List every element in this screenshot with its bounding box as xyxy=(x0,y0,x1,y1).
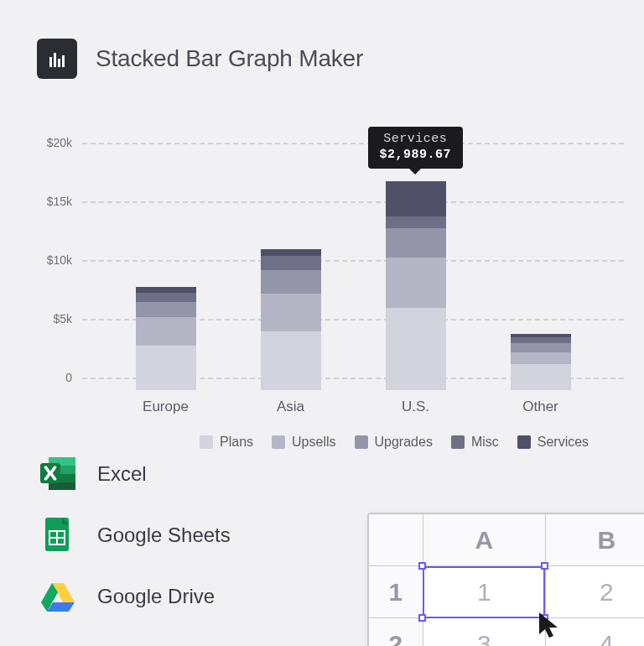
svg-rect-3 xyxy=(62,55,65,67)
chart-legend: PlansUpsellsUpgradesMiscServices xyxy=(200,435,589,450)
bar-column[interactable] xyxy=(261,249,321,390)
bar-segment[interactable] xyxy=(136,302,196,317)
selection-handle[interactable] xyxy=(418,562,426,570)
bar-segment[interactable] xyxy=(136,346,196,390)
bar-segment[interactable] xyxy=(261,331,321,390)
bar-segment[interactable] xyxy=(136,317,196,346)
legend-item[interactable]: Upsells xyxy=(272,435,335,450)
bar-column[interactable] xyxy=(386,181,446,390)
stacked-bar-chart[interactable]: 0$5k$10k$15k$20k EuropeAsiaU.S.Other xyxy=(37,143,624,415)
legend-label: Upgrades xyxy=(375,435,433,450)
selection-handle[interactable] xyxy=(541,562,548,570)
x-axis-label: Europe xyxy=(136,399,196,415)
y-axis-tick: $15k xyxy=(30,195,72,208)
sheet-corner xyxy=(369,514,423,566)
bar-segment[interactable] xyxy=(511,337,571,343)
selection-handle[interactable] xyxy=(418,614,426,622)
legend-label: Upsells xyxy=(292,435,335,450)
legend-swatch xyxy=(272,435,285,449)
tooltip-series-label: Services xyxy=(380,132,452,148)
column-header[interactable]: B xyxy=(545,514,644,566)
legend-swatch xyxy=(517,435,531,449)
bar-segment[interactable] xyxy=(386,308,446,390)
legend-swatch xyxy=(200,435,213,449)
page-title: Stacked Bar Graph Maker xyxy=(96,45,363,72)
data-source-google-drive[interactable]: Google Drive xyxy=(37,577,231,615)
bar-segment[interactable] xyxy=(261,294,321,331)
data-source-google-sheets[interactable]: Google Sheets xyxy=(37,516,231,554)
spreadsheet-preview[interactable]: A B 1 1 2 2 3 4 xyxy=(367,513,644,646)
sheet-cell[interactable]: 1 xyxy=(423,566,545,618)
svg-rect-1 xyxy=(54,53,56,67)
bar-segment[interactable] xyxy=(136,287,196,293)
y-axis-tick: 0 xyxy=(30,371,72,384)
source-label: Google Drive xyxy=(97,585,215,608)
legend-item[interactable]: Upgrades xyxy=(355,435,433,450)
legend-swatch xyxy=(451,435,465,449)
bar-segment[interactable] xyxy=(386,228,446,258)
cursor-icon xyxy=(538,611,563,643)
bar-segment[interactable] xyxy=(386,258,446,308)
bar-column[interactable] xyxy=(136,287,196,390)
x-axis-label: U.S. xyxy=(386,399,446,415)
x-axis-label: Asia xyxy=(261,399,321,415)
bar-segment[interactable] xyxy=(136,293,196,302)
sheet-cell[interactable]: 3 xyxy=(423,618,545,647)
legend-label: Misc xyxy=(471,435,499,450)
source-label: Google Sheets xyxy=(97,524,231,547)
bar-segment[interactable] xyxy=(386,181,446,216)
excel-icon xyxy=(37,455,79,492)
data-source-list: Excel Google Sheets Google Drive xyxy=(37,455,231,615)
bar-segment[interactable] xyxy=(511,352,571,364)
bar-column[interactable] xyxy=(511,334,571,390)
google-drive-icon xyxy=(37,577,79,615)
row-header[interactable]: 1 xyxy=(369,566,423,618)
source-label: Excel xyxy=(97,462,147,486)
legend-label: Plans xyxy=(220,435,253,450)
column-header[interactable]: A xyxy=(423,514,545,566)
bar-segment[interactable] xyxy=(386,216,446,228)
legend-item[interactable]: Plans xyxy=(200,435,253,450)
bar-segment[interactable] xyxy=(261,270,321,294)
legend-item[interactable]: Services xyxy=(517,435,589,450)
google-sheets-icon xyxy=(37,516,79,554)
x-axis-label: Other xyxy=(511,399,571,415)
svg-rect-8 xyxy=(49,482,75,490)
row-header[interactable]: 2 xyxy=(369,618,423,647)
legend-item[interactable]: Misc xyxy=(451,435,499,450)
tooltip-value: $2,989.67 xyxy=(380,148,452,164)
legend-swatch xyxy=(355,435,368,449)
chart-tooltip: Services $2,989.67 xyxy=(368,127,464,169)
stacked-bar-icon xyxy=(37,39,77,79)
bar-segment[interactable] xyxy=(511,364,571,390)
bar-segment[interactable] xyxy=(261,256,321,270)
data-source-excel[interactable]: Excel xyxy=(37,455,231,492)
y-axis-tick: $20k xyxy=(30,136,72,149)
bar-segment[interactable] xyxy=(511,343,571,352)
grid-line xyxy=(82,143,624,144)
svg-rect-0 xyxy=(49,57,52,67)
bar-segment[interactable] xyxy=(261,249,321,256)
legend-label: Services xyxy=(538,435,589,450)
y-axis-tick: $5k xyxy=(30,312,72,326)
svg-rect-2 xyxy=(58,59,60,67)
y-axis-tick: $10k xyxy=(30,253,72,267)
